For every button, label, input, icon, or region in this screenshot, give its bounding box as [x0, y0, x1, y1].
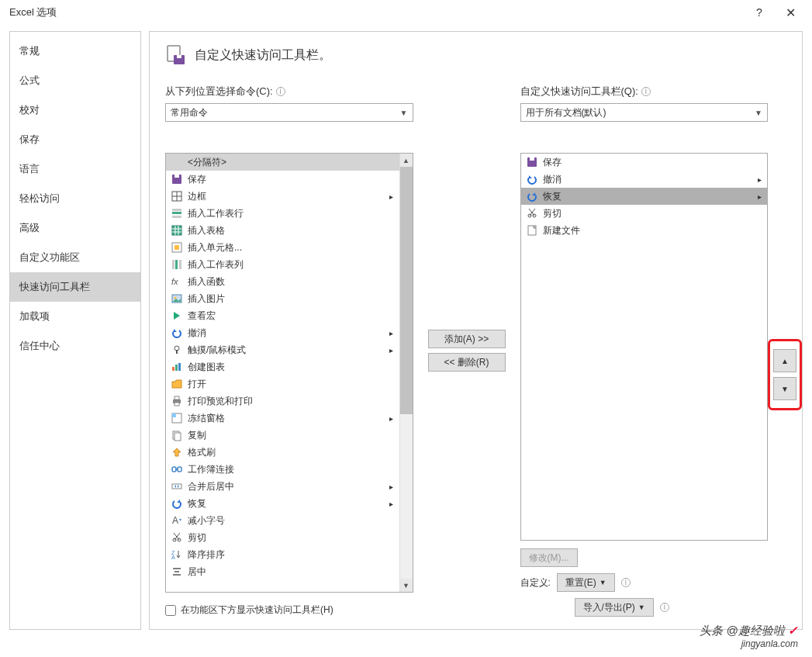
- sidebar-item[interactable]: 自定义功能区: [10, 243, 140, 272]
- svg-rect-20: [179, 260, 181, 269]
- svg-line-44: [174, 533, 179, 540]
- qat-icon: [165, 44, 187, 66]
- save-icon: [526, 156, 538, 168]
- sidebar-item[interactable]: 语言: [10, 154, 140, 184]
- insert-row-icon: [171, 207, 183, 220]
- svg-rect-9: [172, 209, 181, 211]
- qat-item[interactable]: 撤消▸: [521, 171, 768, 188]
- print-icon: [171, 395, 183, 407]
- separator-item[interactable]: <分隔符>: [166, 154, 399, 171]
- sidebar-item[interactable]: 加载项: [10, 302, 140, 331]
- customize-qat-label: 自定义快速访问工具栏(Q):: [520, 85, 638, 99]
- command-item[interactable]: 打开: [166, 375, 399, 392]
- command-item[interactable]: 撤消▸: [166, 324, 399, 341]
- undo-icon: [171, 327, 183, 339]
- command-item[interactable]: 保存: [166, 171, 399, 188]
- sidebar-item[interactable]: 快速访问工具栏: [10, 272, 140, 302]
- macro-icon: [171, 309, 183, 322]
- insert-table-icon: [171, 224, 183, 237]
- qat-item[interactable]: 新建文件: [521, 222, 768, 239]
- chevron-down-icon: ▼: [755, 109, 762, 117]
- command-item[interactable]: 合并后居中▸: [166, 478, 399, 495]
- scrollbar[interactable]: ▲ ▼: [399, 154, 413, 592]
- touch-icon: [171, 344, 183, 356]
- command-item[interactable]: 插入单元格...: [166, 239, 399, 256]
- svg-line-54: [530, 209, 535, 216]
- submenu-indicator: ▸: [387, 329, 396, 337]
- watermark: 头条 @趣经验啦 ✓ jingyanla.com: [700, 624, 798, 649]
- scroll-up-button[interactable]: ▲: [400, 154, 413, 167]
- sidebar-item[interactable]: 公式: [10, 66, 140, 95]
- move-up-button[interactable]: ▲: [773, 349, 796, 372]
- reset-button[interactable]: 重置(E) ▼: [557, 573, 615, 592]
- link-icon: [171, 463, 183, 475]
- sidebar-item[interactable]: 轻松访问: [10, 184, 140, 213]
- qat-item[interactable]: 保存: [521, 154, 768, 171]
- svg-text:A: A: [171, 555, 175, 560]
- border-icon: [171, 190, 183, 202]
- command-item[interactable]: 格式刷: [166, 444, 399, 461]
- info-icon[interactable]: i: [641, 87, 651, 96]
- svg-rect-19: [172, 260, 174, 269]
- command-item[interactable]: 恢复▸: [166, 495, 399, 512]
- command-item[interactable]: 打印预览和打印: [166, 392, 399, 410]
- command-item[interactable]: A减小字号: [166, 512, 399, 529]
- svg-rect-26: [172, 367, 174, 371]
- command-item[interactable]: 居中: [166, 563, 399, 580]
- format-painter-icon: [171, 446, 183, 458]
- svg-rect-10: [172, 216, 181, 218]
- insert-col-icon: [171, 258, 183, 271]
- help-button[interactable]: ?: [744, 6, 775, 19]
- command-item[interactable]: ZA降序排序: [166, 546, 399, 563]
- command-item[interactable]: fx插入函数: [166, 273, 399, 290]
- submenu-indicator: ▸: [387, 346, 396, 354]
- scroll-down-button[interactable]: ▼: [400, 579, 413, 592]
- sidebar: 常规公式校对保存语言轻松访问高级自定义功能区快速访问工具栏加载项信任中心: [9, 31, 141, 630]
- chart-icon: [171, 361, 183, 373]
- command-item[interactable]: 插入工作表行: [166, 205, 399, 222]
- sort-desc-icon: ZA: [171, 548, 183, 561]
- reorder-buttons-highlight: ▲ ▼: [768, 339, 802, 410]
- sidebar-item[interactable]: 信任中心: [10, 331, 140, 361]
- command-item[interactable]: 工作簿连接: [166, 461, 399, 478]
- close-button[interactable]: ✕: [775, 5, 806, 20]
- svg-rect-4: [174, 175, 179, 178]
- newfile-icon: [526, 224, 538, 237]
- info-icon[interactable]: i: [276, 87, 285, 96]
- svg-rect-51: [530, 157, 534, 161]
- freeze-icon: [171, 412, 183, 424]
- qat-item[interactable]: 剪切: [521, 205, 768, 222]
- command-item[interactable]: 边框▸: [166, 188, 399, 205]
- cut-icon: [526, 207, 538, 220]
- command-item[interactable]: 复制: [166, 427, 399, 444]
- qat-scope-dropdown[interactable]: 用于所有文档(默认) ▼: [520, 103, 769, 122]
- command-item[interactable]: 创建图表: [166, 358, 399, 375]
- add-button[interactable]: 添加(A) >>: [428, 330, 506, 348]
- chevron-down-icon: ▼: [400, 109, 408, 117]
- sidebar-item[interactable]: 常规: [10, 36, 140, 66]
- info-icon[interactable]: i: [621, 578, 631, 587]
- move-down-button[interactable]: ▼: [773, 377, 796, 400]
- qat-item[interactable]: 恢复▸: [521, 188, 768, 205]
- command-item[interactable]: 冻结窗格▸: [166, 410, 399, 427]
- current-qat-list[interactable]: 保存撤消▸恢复▸剪切新建文件: [520, 153, 769, 541]
- info-icon[interactable]: i: [660, 603, 669, 612]
- command-item[interactable]: 插入表格: [166, 222, 399, 239]
- remove-button[interactable]: << 删除(R): [428, 353, 506, 372]
- show-below-ribbon-checkbox[interactable]: [165, 605, 176, 616]
- svg-rect-8: [172, 212, 181, 214]
- command-item[interactable]: 插入工作表列: [166, 256, 399, 273]
- modify-button[interactable]: 修改(M)...: [520, 548, 578, 567]
- command-item[interactable]: 触摸/鼠标模式▸: [166, 341, 399, 358]
- import-export-button[interactable]: 导入/导出(P) ▼: [575, 598, 654, 617]
- command-item[interactable]: 插入图片: [166, 290, 399, 307]
- center-icon: [171, 565, 183, 578]
- sidebar-item[interactable]: 保存: [10, 125, 140, 154]
- commands-from-dropdown[interactable]: 常用命令 ▼: [165, 103, 413, 122]
- sidebar-item[interactable]: 校对: [10, 95, 140, 125]
- command-item[interactable]: 查看宏: [166, 307, 399, 324]
- main-panel: 自定义快速访问工具栏。 从下列位置选择命令(C): i 常用命令 ▼ <分隔符>…: [149, 31, 803, 630]
- sidebar-item[interactable]: 高级: [10, 213, 140, 243]
- command-item[interactable]: 剪切: [166, 529, 399, 546]
- available-commands-list[interactable]: <分隔符>保存边框▸插入工作表行插入表格插入单元格...插入工作表列fx插入函数…: [165, 153, 413, 593]
